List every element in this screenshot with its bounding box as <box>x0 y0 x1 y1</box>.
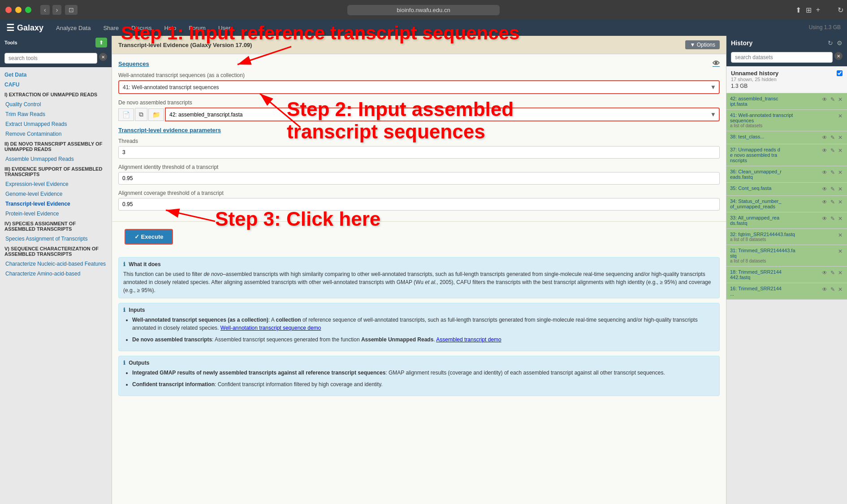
history-item-37-eye[interactable]: 👁 <box>821 147 828 154</box>
history-select-all[interactable] <box>837 70 843 76</box>
history-item-35-delete[interactable]: ✕ <box>837 185 843 193</box>
history-item-16[interactable]: 16: Trimmed_SRR2144... 👁 ✎ ✕ <box>726 283 847 300</box>
maximize-button[interactable] <box>25 7 31 13</box>
eye-icon[interactable]: 👁 <box>713 60 720 68</box>
well-annotated-dropdown[interactable]: ▼ <box>708 81 719 93</box>
history-item-38[interactable]: 38: test_class... 👁 ✎ ✕ <box>726 131 847 144</box>
history-item-37[interactable]: 37: Unmapped reads de novo assembled tra… <box>726 144 847 166</box>
sidebar-item-assemble-unmapped[interactable]: Assemble Unmapped Reads <box>0 154 112 164</box>
history-item-33-edit[interactable]: ✎ <box>830 215 836 222</box>
sidebar-item-species-assignment[interactable]: Species Assignment of Transcripts <box>0 234 112 244</box>
history-item-37-delete[interactable]: ✕ <box>837 147 843 154</box>
nav-discuss[interactable]: Discuss <box>125 20 158 36</box>
output-item-2: Confident transcript information: Confid… <box>132 380 715 388</box>
de-novo-input[interactable] <box>166 109 708 121</box>
url-text: bioinfo.nwafu.edu.cn <box>397 7 450 13</box>
history-item-42-edit[interactable]: ✎ <box>830 96 836 103</box>
file-copy-button[interactable]: ⧉ <box>135 108 147 121</box>
history-item-35-edit[interactable]: ✎ <box>830 185 836 193</box>
history-item-33-delete[interactable]: ✕ <box>837 215 843 222</box>
search-clear-button[interactable]: ✕ <box>99 53 107 61</box>
reload-button[interactable]: ↻ <box>838 6 843 14</box>
well-annotated-input[interactable] <box>119 82 708 93</box>
sidebar-item-quality-control[interactable]: Quality Control <box>0 99 112 109</box>
sidebar-item-genome-level[interactable]: Genome-level Evidence <box>0 189 112 199</box>
history-item-16-eye[interactable]: 👁 <box>821 286 828 293</box>
history-item-16-delete[interactable]: ✕ <box>837 286 843 293</box>
back-button[interactable]: ‹ <box>40 5 50 15</box>
inputs-list: Well-annotated transcript sequences (as … <box>123 316 715 344</box>
options-button[interactable]: ▼ Options <box>685 40 720 49</box>
history-item-18[interactable]: 18: Trimmed_SRR2144442.fastq 👁 ✎ ✕ <box>726 267 847 283</box>
history-item-41[interactable]: 41: Well-annotated transcriptsequences a… <box>726 110 847 131</box>
history-item-34[interactable]: 34: Status_of_number_of_unmapped_reads 👁… <box>726 196 847 212</box>
history-item-42[interactable]: 42: assembled_transcipt.fasta 👁 ✎ ✕ <box>726 93 847 110</box>
add-tab-button[interactable]: + <box>816 6 820 14</box>
history-item-35-eye[interactable]: 👁 <box>821 185 828 193</box>
nav-user[interactable]: User <box>212 20 237 36</box>
alignment-identity-input[interactable] <box>118 172 720 185</box>
search-tools-input[interactable] <box>4 53 97 64</box>
history-item-37-edit[interactable]: ✎ <box>830 147 836 154</box>
sidebar-item-remove-contamination[interactable]: Remove Contamination <box>0 129 112 139</box>
forward-button[interactable]: › <box>52 5 62 15</box>
history-size: 1.3 GB <box>731 83 843 89</box>
history-item-38-delete[interactable]: ✕ <box>837 134 843 141</box>
sidebar-item-extract-unmapped[interactable]: Extract Unmapped Reads <box>0 119 112 129</box>
history-item-18-edit[interactable]: ✎ <box>830 269 836 276</box>
history-item-36-edit[interactable]: ✎ <box>830 169 836 176</box>
history-item-35[interactable]: 35: Cont_seq.fasta 👁 ✎ ✕ <box>726 183 847 196</box>
minimize-button[interactable] <box>15 7 22 13</box>
nav-share[interactable]: Share <box>97 20 125 36</box>
sidebar-item-get-data[interactable]: Get Data <box>0 70 112 80</box>
history-item-33[interactable]: 33: All_unmapped_reads.fastq 👁 ✎ ✕ <box>726 212 847 229</box>
sidebar-item-transcript-level[interactable]: Transcript-level Evidence <box>0 199 112 209</box>
history-item-38-eye[interactable]: 👁 <box>821 134 828 141</box>
url-bar[interactable]: bioinfo.nwafu.edu.cn <box>347 5 500 15</box>
history-item-36-eye[interactable]: 👁 <box>821 169 828 176</box>
nav-forum[interactable]: Forum <box>182 20 212 36</box>
nav-help[interactable]: Help <box>158 20 183 36</box>
sidebar-item-cafu[interactable]: CAFU <box>0 80 112 90</box>
history-item-34-eye[interactable]: 👁 <box>821 198 828 206</box>
sidebar-item-expression-level[interactable]: Expression-level Evidence <box>0 179 112 189</box>
threads-input[interactable] <box>118 146 720 159</box>
sidebar-item-protein-level[interactable]: Protein-level Evidence <box>0 209 112 219</box>
file-folder-button[interactable]: 📁 <box>148 108 164 121</box>
alignment-coverage-input[interactable] <box>118 198 720 211</box>
assembled-transcript-demo-link[interactable]: Assembled transcript demo <box>436 336 501 343</box>
execute-button[interactable]: ✓ Execute <box>125 229 173 245</box>
new-tab-button[interactable]: ⊞ <box>806 6 812 14</box>
history-item-33-eye[interactable]: 👁 <box>821 215 828 222</box>
history-item-18-eye[interactable]: 👁 <box>821 269 828 276</box>
tab-icon-button[interactable]: ⊡ <box>65 5 78 15</box>
history-item-34-delete[interactable]: ✕ <box>837 198 843 206</box>
upload-button[interactable]: ⬆ <box>95 38 107 47</box>
de-novo-dropdown[interactable]: ▼ <box>708 108 719 121</box>
nav-analyze-data[interactable]: Analyze Data <box>50 20 97 36</box>
history-item-31-delete[interactable]: ✕ <box>837 248 843 255</box>
history-refresh-button[interactable]: ↻ <box>828 39 833 47</box>
history-item-42-delete[interactable]: ✕ <box>837 96 843 103</box>
file-browse-button[interactable]: 📄 <box>118 108 134 121</box>
history-settings-button[interactable]: ⚙ <box>837 39 843 47</box>
history-item-36-delete[interactable]: ✕ <box>837 169 843 176</box>
history-item-42-eye[interactable]: 👁 <box>821 96 828 103</box>
history-item-36[interactable]: 36: Clean_unmapped_reads.fastq 👁 ✎ ✕ <box>726 166 847 183</box>
history-item-41-delete[interactable]: ✕ <box>837 112 843 120</box>
close-button[interactable] <box>5 7 12 13</box>
history-item-18-delete[interactable]: ✕ <box>837 269 843 276</box>
sidebar-item-characterize-nucleic[interactable]: Characterize Nucleic-acid-based Features <box>0 259 112 269</box>
sidebar-item-characterize-amino[interactable]: Characterize Amino-acid-based <box>0 269 112 279</box>
history-item-31[interactable]: 31: Trimmed_SRR2144443.fastq a list of 8… <box>726 245 847 267</box>
history-search-clear-button[interactable]: ✕ <box>834 52 843 60</box>
history-item-38-edit[interactable]: ✎ <box>830 134 836 141</box>
history-item-32[interactable]: 32: fqtrim_SRR2144443.fastq a list of 8 … <box>726 229 847 245</box>
well-annotation-demo-link[interactable]: Well-annotation transcript sequence demo <box>220 325 321 331</box>
history-search-input[interactable] <box>731 52 833 63</box>
history-item-34-edit[interactable]: ✎ <box>830 198 836 206</box>
history-item-32-delete[interactable]: ✕ <box>837 232 843 239</box>
history-item-16-edit[interactable]: ✎ <box>830 286 836 293</box>
sidebar-item-trim-raw-reads[interactable]: Trim Raw Reads <box>0 109 112 119</box>
share-button[interactable]: ⬆ <box>795 6 801 14</box>
